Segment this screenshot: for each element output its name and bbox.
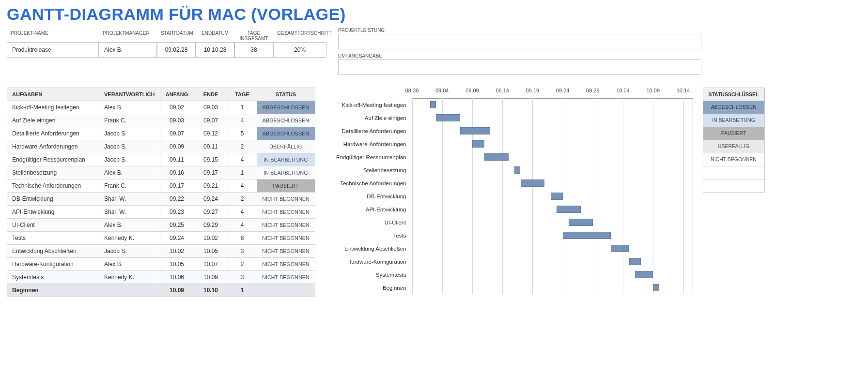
- input-scope-statement[interactable]: [338, 60, 701, 75]
- cell-start[interactable]: 09.07: [160, 127, 194, 140]
- cell-start[interactable]: 09.24: [160, 232, 194, 245]
- cell-responsible[interactable]: Alex B.: [99, 101, 160, 114]
- cell-end[interactable]: 09.15: [194, 153, 228, 166]
- cell-end[interactable]: 09.17: [194, 166, 228, 179]
- cell-days[interactable]: 4: [228, 153, 257, 166]
- cell-days[interactable]: 5: [228, 127, 257, 140]
- cell-task[interactable]: Auf Ziele einigen: [7, 114, 99, 127]
- cell-task[interactable]: DB-Entwicklung: [7, 193, 99, 206]
- meta-value-start-date[interactable]: 09.02.28: [157, 42, 196, 58]
- status-key-item[interactable]: ABGESCHLOSSEN: [703, 101, 765, 114]
- cell-task[interactable]: API-Entwicklung: [7, 206, 99, 219]
- table-row[interactable]: Kick-off-Meeting festlegenAlex B.09.0209…: [7, 101, 315, 114]
- table-row[interactable]: API-EntwicklungShari W.09.2309.274NICHT …: [7, 206, 315, 219]
- status-key-item[interactable]: NICHT BEGONNEN: [703, 153, 765, 166]
- cell-days[interactable]: 3: [228, 245, 257, 258]
- cell-start[interactable]: 09.25: [160, 219, 194, 232]
- cell-task[interactable]: UI-Client: [7, 219, 99, 232]
- input-project-performance[interactable]: [338, 34, 701, 49]
- cell-responsible[interactable]: Alex B.: [99, 219, 160, 232]
- cell-days[interactable]: 2: [228, 258, 257, 271]
- cell-end[interactable]: 10.09: [194, 271, 228, 284]
- cell-status[interactable]: NICHT BEGONNEN: [257, 258, 315, 271]
- cell-days[interactable]: 8: [228, 232, 257, 245]
- cell-end[interactable]: 09.29: [194, 219, 228, 232]
- cell-start[interactable]: 10.09: [160, 284, 194, 297]
- status-key-item[interactable]: PAUSIERT: [703, 127, 765, 140]
- cell-days[interactable]: 2: [228, 140, 257, 153]
- cell-task[interactable]: Detaillierte Anforderungen: [7, 127, 99, 140]
- cell-start[interactable]: 09.11: [160, 153, 194, 166]
- cell-task[interactable]: Stellenbesetzung: [7, 166, 99, 179]
- cell-status[interactable]: ABGESCHLOSSEN: [257, 101, 315, 114]
- table-footer-row[interactable]: Beginnen10.0910.101: [7, 284, 315, 297]
- cell-status[interactable]: ABGESCHLOSSEN: [257, 127, 315, 140]
- cell-end[interactable]: 10.07: [194, 258, 228, 271]
- cell-responsible[interactable]: Jacob S.: [99, 153, 160, 166]
- cell-end[interactable]: 09.07: [194, 114, 228, 127]
- cell-end[interactable]: 10.02: [194, 232, 228, 245]
- cell-status[interactable]: PAUSIERT: [257, 179, 315, 193]
- cell-task[interactable]: Hardware-Konfiguration: [7, 258, 99, 271]
- cell-days[interactable]: 1: [228, 166, 257, 179]
- table-row[interactable]: Technische AnforderungenFrank C.09.1709.…: [7, 179, 315, 193]
- meta-value-total-days[interactable]: 38: [234, 42, 273, 58]
- cell-task[interactable]: Entwicklung Abschließen: [7, 245, 99, 258]
- cell-start[interactable]: 09.02: [160, 101, 194, 114]
- cell-responsible[interactable]: Shari W.: [99, 206, 160, 219]
- cell-responsible[interactable]: Jacob S.: [99, 140, 160, 153]
- cell-status[interactable]: NICHT BEGONNEN: [257, 271, 315, 284]
- cell-end[interactable]: 09.21: [194, 179, 228, 193]
- cell-task[interactable]: Endgültiger Ressourcenplan: [7, 153, 99, 166]
- cell-days[interactable]: 1: [228, 101, 257, 114]
- table-row[interactable]: DB-EntwicklungShari W.09.2209.242NICHT B…: [7, 193, 315, 206]
- table-row[interactable]: Detaillierte AnforderungenJacob S.09.070…: [7, 127, 315, 140]
- table-row[interactable]: TestsKennedy K.09.2410.028NICHT BEGONNEN: [7, 232, 315, 245]
- status-key-item[interactable]: [703, 179, 765, 193]
- cell-responsible[interactable]: Jacob S.: [99, 127, 160, 140]
- status-key-item[interactable]: [703, 166, 765, 179]
- cell-responsible[interactable]: Kennedy K.: [99, 271, 160, 284]
- cell-days[interactable]: 3: [228, 271, 257, 284]
- cell-responsible[interactable]: Frank C.: [99, 179, 160, 193]
- cell-end[interactable]: 10.05: [194, 245, 228, 258]
- table-row[interactable]: SystemtestsKennedy K.10.0610.093NICHT BE…: [7, 271, 315, 284]
- table-row[interactable]: StellenbesetzungAlex B.09.1609.171IN BEA…: [7, 166, 315, 179]
- cell-task[interactable]: Kick-off-Meeting festlegen: [7, 101, 99, 114]
- cell-end[interactable]: 09.12: [194, 127, 228, 140]
- cell-days[interactable]: 4: [228, 219, 257, 232]
- cell-status[interactable]: IN BEARBEITUNG: [257, 166, 315, 179]
- cell-end[interactable]: 10.10: [194, 284, 228, 297]
- cell-task[interactable]: Systemtests: [7, 271, 99, 284]
- cell-task[interactable]: Technische Anforderungen: [7, 179, 99, 193]
- cell-responsible[interactable]: Alex B.: [99, 166, 160, 179]
- cell-task[interactable]: Tests: [7, 232, 99, 245]
- cell-responsible[interactable]: Kennedy K.: [99, 232, 160, 245]
- table-row[interactable]: UI-ClientAlex B.09.2509.294NICHT BEGONNE…: [7, 219, 315, 232]
- table-row[interactable]: Hardware-AnforderungenJacob S.09.0909.11…: [7, 140, 315, 153]
- cell-start[interactable]: 09.17: [160, 179, 194, 193]
- cell-responsible[interactable]: Alex B.: [99, 258, 160, 271]
- cell-start[interactable]: 10.05: [160, 258, 194, 271]
- cell-days[interactable]: 2: [228, 193, 257, 206]
- cell-start[interactable]: 10.06: [160, 271, 194, 284]
- cell-end[interactable]: 09.24: [194, 193, 228, 206]
- cell-status[interactable]: NICHT BEGONNEN: [257, 232, 315, 245]
- cell-end[interactable]: 09.27: [194, 206, 228, 219]
- cell-end[interactable]: 09.03: [194, 101, 228, 114]
- cell-start[interactable]: 09.23: [160, 206, 194, 219]
- table-row[interactable]: Hardware-KonfigurationAlex B.10.0510.072…: [7, 258, 315, 271]
- cell-status[interactable]: NICHT BEGONNEN: [257, 245, 315, 258]
- cell-status[interactable]: ÜBERFÄLLIG: [257, 140, 315, 153]
- cell-status[interactable]: ABGESCHLOSSEN: [257, 114, 315, 127]
- cell-responsible[interactable]: Frank C.: [99, 114, 160, 127]
- meta-value-end-date[interactable]: 10.10.28: [196, 42, 234, 58]
- cell-days[interactable]: 4: [228, 114, 257, 127]
- cell-task[interactable]: Hardware-Anforderungen: [7, 140, 99, 153]
- cell-start[interactable]: 09.22: [160, 193, 194, 206]
- cell-responsible[interactable]: Jacob S.: [99, 245, 160, 258]
- cell-task[interactable]: Beginnen: [7, 284, 99, 297]
- table-row[interactable]: Auf Ziele einigenFrank C.09.0309.074ABGE…: [7, 114, 315, 127]
- cell-responsible[interactable]: Shari W.: [99, 193, 160, 206]
- meta-value-project-manager[interactable]: Alex B.: [99, 42, 157, 58]
